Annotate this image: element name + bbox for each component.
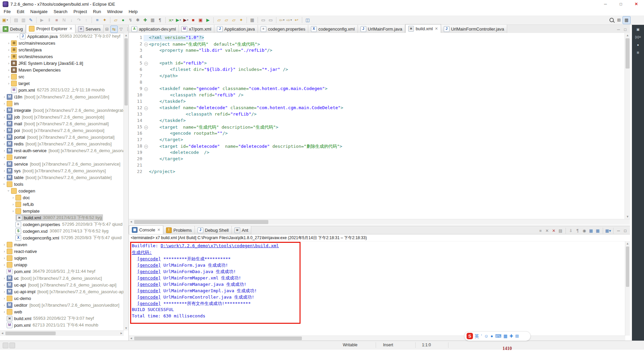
editor-line[interactable]: 16 <gencode rootpath=""/> <box>129 131 630 137</box>
open-resource-1-icon[interactable]: ▱ <box>216 16 222 24</box>
editor-line[interactable]: 15− <target name="生成代码" description="生成代… <box>129 124 630 131</box>
resume-icon[interactable]: ▶ <box>39 16 45 24</box>
report-icon[interactable]: ▦ <box>149 16 156 24</box>
keyboard-icon[interactable]: ⌨ <box>495 334 501 339</box>
fold-collapse-icon[interactable]: − <box>144 87 148 91</box>
tree-item[interactable]: ›maven <box>0 241 124 248</box>
tree-item[interactable]: ›⊞src/main/resources <box>0 40 124 46</box>
word-wrap-icon[interactable]: ¶ <box>574 227 581 234</box>
open-resource-3-icon[interactable]: ▱ <box>230 16 237 24</box>
suspend-icon[interactable]: ‖ <box>46 16 53 24</box>
tree-expand-arrow[interactable]: › <box>2 135 7 139</box>
forward-icon[interactable]: ⇨▾ <box>286 16 292 24</box>
editor-tab-x7-pom-xml[interactable]: Mx7/pom.xml <box>179 25 214 33</box>
tree-item[interactable]: ›≣Maven Dependencies <box>0 67 124 73</box>
tree-item[interactable]: ›react-native <box>0 248 124 255</box>
terminate-icon[interactable]: ■ <box>537 227 544 234</box>
console-output[interactable]: Buildfile: D:\work\7.2.6_demo\x7\tools\c… <box>129 241 625 336</box>
menu-help[interactable]: Help <box>125 8 141 15</box>
tree-expand-arrow[interactable]: › <box>2 115 7 119</box>
editor-horizontal-scrollbar[interactable]: ◄ <box>129 219 630 225</box>
step-into-icon[interactable]: ↓ <box>68 16 75 24</box>
tree-item[interactable]: Scodegen.xsd30807 2017/4/13 下午6:52 liyg <box>0 228 124 234</box>
tree-expand-arrow[interactable]: › <box>2 276 7 280</box>
console-tab-problems[interactable]: !Problems <box>163 226 195 234</box>
tree-expand-arrow[interactable]: › <box>2 310 7 314</box>
tree-expand-arrow[interactable]: › <box>2 128 7 132</box>
editor-line[interactable]: 6 <fileset dir="${lib.dir}" includes="*.… <box>129 67 630 73</box>
tree-expand-arrow[interactable]: › <box>2 296 7 300</box>
editor-line[interactable]: 1<?xml version="1.0"?> <box>129 35 630 41</box>
step-return-icon[interactable]: ↑ <box>83 16 90 24</box>
console-hyperlink[interactable]: [gencode] <box>137 275 161 280</box>
new-table-icon[interactable]: ▦ <box>249 16 256 24</box>
prev-annotation-icon[interactable]: ▭ <box>267 16 274 24</box>
tree-item[interactable]: ›Mrest-auth-service[boot] [x7/branches/7… <box>0 147 124 154</box>
outline-view-icon[interactable]: ≣ <box>634 50 642 56</box>
fold-collapse-icon[interactable]: − <box>144 106 148 110</box>
tree-expand-arrow[interactable]: › <box>6 48 11 52</box>
tree-item[interactable]: ›Muc-api-impl[boot] [x7/branches/7.2.6_d… <box>0 288 124 295</box>
console-hyperlink[interactable]: [gencode] <box>137 295 161 300</box>
console-hyperlink[interactable]: [gencode] <box>137 263 161 268</box>
tree-item[interactable]: ›src <box>0 73 124 80</box>
tree-item[interactable]: ›uniapp <box>0 261 124 268</box>
terminate-icon[interactable]: ■ <box>53 16 60 24</box>
console-tab-debug-shell[interactable]: JDebug Shell <box>195 226 232 234</box>
tree-item[interactable]: ›Mmail[boot] [x7/branches/7.2.6_demo_jas… <box>0 120 124 127</box>
tree-selected-item[interactable]: жbuild.xml30807 2017/4/13 下午6:52 liyg <box>15 214 103 221</box>
view-tab-debug[interactable]: жDebug <box>0 25 26 33</box>
scroll-down-arrow[interactable]: ▼ <box>124 326 128 331</box>
minimize-icon[interactable]: ─ <box>615 227 622 234</box>
save-all-icon[interactable]: ▥ <box>20 16 27 24</box>
tree-expand-arrow[interactable]: › <box>2 148 7 152</box>
tree-item[interactable]: ›refLib <box>0 201 124 208</box>
close-tab-icon[interactable]: ✕ <box>69 27 72 31</box>
step-over-icon[interactable]: ↷ <box>75 16 82 24</box>
console-hyperlink[interactable]: [gencode] <box>137 301 161 306</box>
tree-expand-arrow[interactable]: › <box>2 175 7 179</box>
xml-editor[interactable]: 1<?xml version="1.0"?>2−<project name="生… <box>129 33 630 219</box>
tree-expand-arrow[interactable]: › <box>2 256 7 260</box>
console-horizontal-scrollbar[interactable]: ◄ <box>129 336 625 341</box>
profile-icon[interactable]: ■ <box>190 16 197 24</box>
menu-file[interactable]: File <box>1 8 14 15</box>
editor-tab-build-xml[interactable]: жbuild.xml✕ <box>405 24 441 33</box>
editor-line[interactable]: 12− <taskdef name="deletecode" classname… <box>129 105 630 112</box>
console-tab-ant[interactable]: жAnt <box>232 226 252 234</box>
menu-run[interactable]: Run <box>90 8 104 15</box>
editor-tab-urlmainform-java[interactable]: JUrlMainForm.java <box>358 25 406 33</box>
tree-expand-arrow[interactable]: › <box>2 303 7 307</box>
tree-expand-arrow[interactable]: › <box>11 209 15 213</box>
junit-icon[interactable]: ✚ <box>142 16 149 24</box>
tree-item[interactable]: ›Mintegrate[boot] [x7/branches/7.2.6_dem… <box>0 107 124 114</box>
tree-expand-arrow[interactable]: › <box>2 101 7 105</box>
tree-expand-arrow[interactable]: › <box>2 162 7 166</box>
emoji-icon[interactable]: ☺ <box>484 334 488 339</box>
editor-line[interactable]: 14 </taskdef> <box>129 118 630 124</box>
editor-line[interactable]: 21 <box>129 163 630 169</box>
tree-item[interactable]: ›template <box>0 208 124 214</box>
retarget-icon[interactable]: ✦ <box>101 16 108 24</box>
maximize-icon[interactable]: □ <box>622 227 629 234</box>
open-resource-2-icon[interactable]: ▱ <box>223 16 230 24</box>
tree-item[interactable]: ›Mi18n[boot] [x7/branches/7.2.6_demo_jas… <box>0 93 124 100</box>
tree-item[interactable]: ›⊞src/test/resources <box>0 53 124 60</box>
menu-navigate[interactable]: Navigate <box>27 8 50 15</box>
ime-toolbar[interactable]: S 英’☺●⌨▦✚⊞ <box>464 331 531 341</box>
tree-expand-arrow[interactable]: › <box>2 182 6 186</box>
tree-expand-arrow[interactable]: › <box>2 122 7 126</box>
editor-line[interactable]: 18− <target id="deletecode" name="delete… <box>129 143 630 150</box>
scroll-up-arrow[interactable]: ▲ <box>124 33 128 38</box>
tree-item[interactable]: жbuild.xml30807 2017/4/13 下午6:52 liyg <box>0 214 124 221</box>
java-perspective-icon[interactable]: ▦ <box>623 16 631 24</box>
tree-item[interactable]: ›codegen <box>0 187 124 194</box>
tree-item[interactable]: ›Mpoi[boot] [x7/branches/7.2.6_demo_jaso… <box>0 127 124 134</box>
editor-line[interactable]: 2−<project name="生成代码" default="生成代码"> <box>129 41 630 48</box>
tree-expand-arrow[interactable]: › <box>6 41 11 45</box>
tree-expand-arrow[interactable]: › <box>2 249 7 253</box>
pen-icon[interactable]: ✎ <box>28 16 34 24</box>
tree-horizontal-scrollbar[interactable]: ◄ ► <box>0 331 124 336</box>
remove-launch-icon[interactable]: ✕ <box>544 227 550 234</box>
toolbox-icon[interactable]: ▦ <box>503 334 507 339</box>
